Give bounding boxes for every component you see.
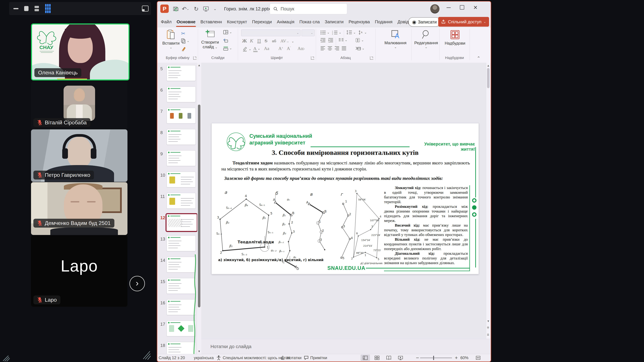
fit-to-window-button[interactable] xyxy=(476,354,481,362)
align-text-vertical-button[interactable]: ⌄ xyxy=(355,38,364,42)
cut-button[interactable]: ✂ xyxy=(181,30,185,36)
normal-view-button[interactable] xyxy=(360,355,370,361)
strikethrough-button[interactable]: S xyxy=(265,38,268,43)
language-indicator[interactable]: українська xyxy=(194,354,214,362)
decrease-font-size-button[interactable]: Аˇ xyxy=(287,46,291,51)
accessibility-status[interactable]: Спеціальні можливості: щось не так xyxy=(216,354,290,362)
slide-thumbnail[interactable] xyxy=(166,172,196,187)
justify-button[interactable] xyxy=(342,46,346,50)
next-participants-page-button[interactable]: › xyxy=(130,276,145,291)
bold-button[interactable]: Ж xyxy=(242,38,247,43)
slide-indicator[interactable]: Слайд 12 з 20 xyxy=(159,354,185,362)
account-avatar[interactable] xyxy=(430,4,440,13)
numbering-button[interactable]: 123⌄ xyxy=(332,30,341,35)
ribbon-tab[interactable]: Записати xyxy=(322,16,346,27)
decrease-indent-button[interactable] xyxy=(320,38,326,42)
side-by-side-icon[interactable] xyxy=(140,2,150,15)
record-button[interactable]: ◉ Записати xyxy=(408,17,440,27)
addins-button[interactable]: Надбудови xyxy=(442,29,468,45)
align-right-button[interactable] xyxy=(334,46,340,50)
autosave-save-icon[interactable] xyxy=(172,4,180,13)
resize-grip-icon[interactable] xyxy=(2,355,11,362)
slide-thumbnail[interactable] xyxy=(166,150,196,166)
scroll-down-icon[interactable]: ▼ xyxy=(198,350,200,353)
slide-thumbnail[interactable] xyxy=(166,193,196,209)
notes-toggle[interactable]: Нотатки xyxy=(280,354,302,362)
font-dialog-launcher[interactable] xyxy=(311,56,314,60)
zoom-level[interactable]: 60% xyxy=(460,354,468,362)
previous-slide-icon[interactable]: ⇈ xyxy=(487,326,489,330)
slide-layout-button[interactable]: ⌄ xyxy=(223,30,232,34)
ribbon-tab[interactable]: Подання xyxy=(372,16,395,27)
increase-indent-button[interactable] xyxy=(328,38,334,42)
slideshow-view-button[interactable] xyxy=(396,355,405,361)
slide-thumbnail[interactable] xyxy=(166,108,196,123)
columns-button[interactable]: ⌄ xyxy=(338,38,347,42)
search-input[interactable]: Пошук xyxy=(270,3,347,14)
editing-button[interactable]: Редагування⌄ xyxy=(414,29,439,49)
participant-tile-vitaliy[interactable]: Віталій Сіробаба xyxy=(31,81,128,129)
participant-tile-demchenko[interactable]: Демченко Вадим буд 2501 xyxy=(31,182,128,235)
font-color-button[interactable]: А ⌄ xyxy=(253,46,260,51)
ribbon-tab[interactable]: Файл xyxy=(158,16,174,27)
close-button[interactable]: × xyxy=(470,1,481,13)
line-spacing-button[interactable]: ⌄ xyxy=(346,30,356,35)
redo-icon[interactable]: ↻ xyxy=(192,4,200,13)
restore-window-icon[interactable] xyxy=(21,2,31,15)
resize-grip-icon[interactable] xyxy=(142,349,151,360)
italic-button[interactable]: К xyxy=(250,38,253,43)
clear-formatting-button[interactable]: А⌦ xyxy=(298,46,304,51)
participant-tile-petro[interactable]: Петро Гавриленко xyxy=(31,129,128,182)
drawing-button[interactable]: A Малювання⌄ xyxy=(382,29,409,49)
participant-tile-olena[interactable]: СНАУ Олена Канівець xyxy=(31,23,130,80)
increase-font-size-button[interactable]: Аᴧ xyxy=(278,46,283,51)
font-name-combobox[interactable]: ⌄ xyxy=(241,29,300,36)
zoom-slider[interactable] xyxy=(420,354,452,362)
zoom-slider-thumb[interactable] xyxy=(433,356,434,360)
share-button[interactable]: Спільний доступ ⌄ xyxy=(438,17,489,27)
undo-icon[interactable]: ↶⌄ xyxy=(181,4,190,13)
zoom-out-button[interactable]: − xyxy=(416,354,419,362)
font-size-combobox[interactable]: ⌄ xyxy=(302,29,314,36)
ribbon-tab[interactable]: Анімація xyxy=(274,16,297,27)
slide-sorter-view-button[interactable] xyxy=(372,355,382,361)
slide-thumbnail[interactable] xyxy=(166,65,196,81)
reading-view-button[interactable] xyxy=(384,355,394,361)
slide-scrollbar[interactable]: ▲ ▼ ⇈ ⇊ xyxy=(486,63,490,339)
minimize-icon[interactable] xyxy=(11,2,21,15)
participant-tile-lapo[interactable]: Lapo Lapo xyxy=(31,235,128,307)
slide-thumbnail[interactable] xyxy=(166,86,196,102)
ribbon-tab[interactable]: Рецензува xyxy=(346,16,372,27)
split-view-icon[interactable] xyxy=(32,2,42,15)
text-shadow-button[interactable]: аб xyxy=(272,38,276,43)
slide-thumbnail[interactable] xyxy=(166,213,198,232)
change-case-button[interactable]: Aa xyxy=(264,46,269,51)
slide-thumbnail[interactable] xyxy=(166,342,196,354)
ribbon-tab[interactable]: Переходи xyxy=(250,16,274,27)
slide-thumbnail[interactable] xyxy=(166,321,196,336)
paragraph-dialog-launcher[interactable] xyxy=(370,56,373,60)
bullets-button[interactable]: ⌄ xyxy=(320,30,330,35)
quick-access-overflow-icon[interactable]: ⌄ xyxy=(211,4,219,13)
powerpoint-logo-icon[interactable]: P xyxy=(160,4,169,13)
slide-thumbnail[interactable] xyxy=(166,257,196,273)
clipboard-dialog-launcher[interactable] xyxy=(193,56,196,60)
thumbnail-scrollbar[interactable]: ▲ ▼ xyxy=(197,63,201,354)
slide-thumbnail[interactable] xyxy=(166,278,196,294)
character-spacing-button[interactable]: AV↔ xyxy=(280,38,289,43)
ribbon-tab[interactable]: Вставленн xyxy=(198,16,224,27)
maximize-button[interactable] xyxy=(456,1,468,13)
next-slide-icon[interactable]: ⇊ xyxy=(487,333,489,336)
slide-thumbnail[interactable] xyxy=(166,129,196,145)
scroll-up-icon[interactable]: ▲ xyxy=(198,64,200,67)
convert-to-smartart-button[interactable]: ⌄ xyxy=(355,46,364,51)
ribbon-tab[interactable]: Показ сла xyxy=(297,16,322,27)
comments-toggle[interactable]: Примітки xyxy=(304,354,327,362)
gallery-view-icon[interactable] xyxy=(43,2,53,15)
text-direction-button[interactable]: A⌄ xyxy=(358,30,367,35)
underline-button[interactable]: П xyxy=(257,38,261,43)
slide-thumbnail[interactable] xyxy=(166,299,196,315)
align-center-button[interactable] xyxy=(327,46,332,50)
collapse-ribbon-icon[interactable]: ⌃ xyxy=(477,56,480,61)
scroll-down-icon[interactable]: ▼ xyxy=(487,320,490,323)
